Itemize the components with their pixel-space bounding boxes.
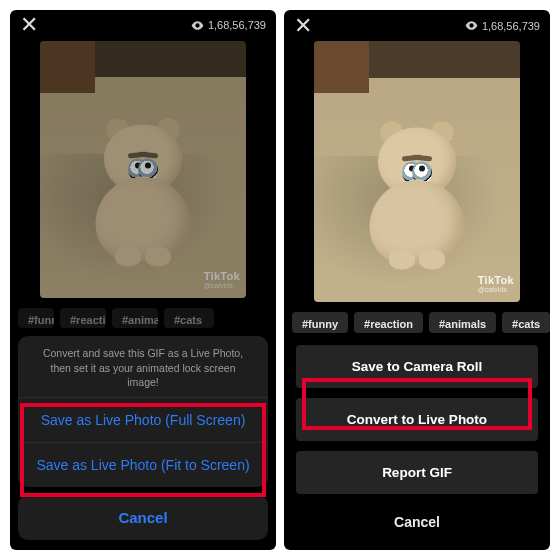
view-count: 1,68,56,739	[465, 20, 540, 32]
tag-chip[interactable]: #animals	[429, 312, 496, 333]
screenshot-left: ✕ 1,68,56,739 Tik	[10, 10, 276, 550]
report-gif-button[interactable]: Report GIF	[296, 451, 538, 494]
tag-chip[interactable]: #animals	[112, 308, 158, 329]
save-camera-roll-button[interactable]: Save to Camera Roll	[296, 345, 538, 388]
button-stack: Save to Camera Roll Convert to Live Phot…	[284, 341, 550, 550]
cancel-button[interactable]: Cancel	[296, 504, 538, 540]
cancel-button[interactable]: Cancel	[18, 495, 268, 540]
tag-chip[interactable]: #reaction	[354, 312, 423, 333]
gif-preview: TikTok @catvids	[314, 41, 520, 302]
close-icon[interactable]: ✕	[294, 15, 312, 37]
view-count-value: 1,68,56,739	[208, 19, 266, 31]
tag-row: #funny #reaction #animals #cats #anim	[284, 302, 550, 341]
watermark-brand: TikTok	[478, 274, 514, 286]
tag-chip[interactable]: #cats	[502, 312, 550, 333]
top-bar: ✕ 1,68,56,739	[10, 10, 276, 41]
sheet-description: Convert and save this GIF as a Live Phot…	[18, 336, 268, 397]
eye-icon	[465, 21, 478, 30]
top-bar: ✕ 1,68,56,739	[284, 10, 550, 41]
view-count: 1,68,56,739	[191, 19, 266, 31]
screenshot-right: ✕ 1,68,56,739 Tik	[284, 10, 550, 550]
convert-live-photo-button[interactable]: Convert to Live Photo	[296, 398, 538, 441]
eye-icon	[191, 21, 204, 30]
tag-chip[interactable]: #cats	[164, 308, 214, 329]
tag-chip[interactable]: #funny	[18, 308, 54, 329]
save-live-fit-button[interactable]: Save as Live Photo (Fit to Screen)	[18, 442, 268, 487]
view-count-value: 1,68,56,739	[482, 20, 540, 32]
close-icon[interactable]: ✕	[20, 14, 38, 36]
gif-preview: TikTok @catvids	[40, 41, 246, 298]
watermark-handle: @catvids	[478, 286, 514, 294]
tag-row: #funny #reaction #animals #cats	[10, 298, 276, 337]
watermark-handle: @catvids	[204, 282, 240, 290]
tiktok-watermark: TikTok @catvids	[478, 274, 514, 294]
watermark-brand: TikTok	[204, 270, 240, 282]
tag-chip[interactable]: #reaction	[60, 308, 106, 329]
save-live-full-button[interactable]: Save as Live Photo (Full Screen)	[18, 397, 268, 442]
action-sheet: Convert and save this GIF as a Live Phot…	[10, 336, 276, 550]
tag-chip[interactable]: #funny	[292, 312, 348, 333]
tiktok-watermark: TikTok @catvids	[204, 270, 240, 290]
